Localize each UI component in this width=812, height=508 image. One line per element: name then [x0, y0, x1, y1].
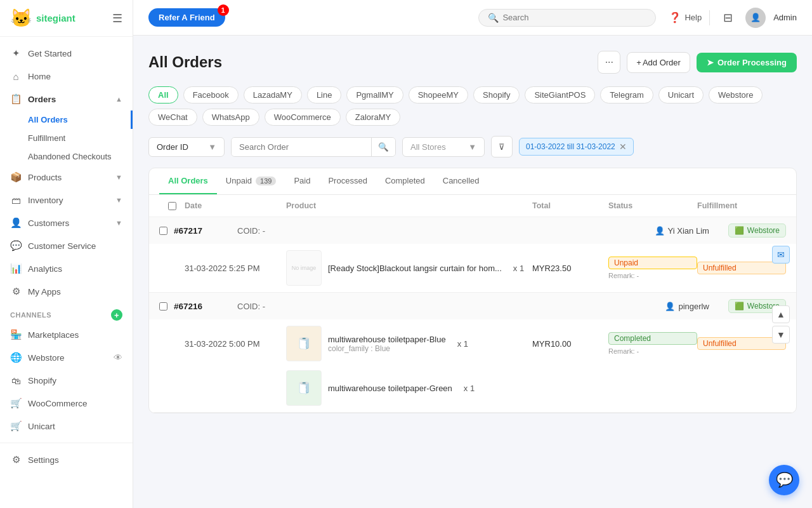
- tab-paid[interactable]: Paid: [285, 168, 319, 194]
- filter-tab-webstore[interactable]: Webstore: [709, 86, 763, 104]
- webstore-toggle-icon[interactable]: 👁: [114, 352, 122, 363]
- filter-tab-wechat[interactable]: WeChat: [148, 109, 197, 126]
- order-date-67217: 31-03-2022 5:25 PM: [185, 264, 286, 273]
- sidebar-item-marketplaces[interactable]: 🏪 Marketplaces: [0, 323, 133, 346]
- logo-monster-icon: 🐱: [10, 8, 32, 29]
- get-started-icon: ✦: [10, 48, 22, 59]
- product-info-67217: No image [Ready Stock]Blackout langsir c…: [286, 250, 532, 286]
- analytics-icon: 📊: [10, 263, 22, 274]
- status-badge-67217: Unpaid: [608, 257, 697, 269]
- filter-tab-shopeemy[interactable]: ShopeeMY: [409, 86, 468, 104]
- filter-tab-whatsapp[interactable]: WhatsApp: [202, 109, 259, 126]
- store-badge-67217: 🟩 Webstore: [728, 224, 786, 237]
- add-channel-btn[interactable]: +: [111, 309, 122, 321]
- remark-67216: Remark: -: [608, 347, 697, 355]
- order-checkbox-67217[interactable]: [159, 227, 167, 235]
- product-image-67217: No image: [286, 250, 322, 286]
- sidebar-item-my-apps[interactable]: ⚙ My Apps: [0, 280, 133, 303]
- status-badge-67216: Completed: [608, 332, 697, 345]
- unpaid-badge: 139: [256, 177, 276, 185]
- sidebar-item-unicart[interactable]: 🛒 Unicart: [0, 415, 133, 438]
- search-icon: 🔍: [488, 13, 499, 23]
- refer-friend-button[interactable]: Refer A Friend 1: [148, 8, 225, 27]
- filter-tab-unicart[interactable]: Unicart: [658, 86, 704, 104]
- product2-image-67216: 🧻: [286, 370, 322, 406]
- select-all-checkbox[interactable]: [168, 202, 176, 210]
- filter-tab-woocommerce[interactable]: WooCommerce: [265, 109, 341, 126]
- hamburger-icon[interactable]: ☰: [112, 11, 122, 25]
- search-order-input[interactable]: [232, 138, 371, 156]
- sidebar-item-all-orders[interactable]: All Orders: [0, 110, 133, 129]
- sidebar-item-customers[interactable]: 👤 Customers ▼: [0, 211, 133, 234]
- sidebar-item-analytics[interactable]: 📊 Analytics: [0, 257, 133, 280]
- order-processing-button[interactable]: ➤ Order Processing: [697, 53, 797, 72]
- total-header: Total: [532, 201, 608, 210]
- filter-tab-telegram[interactable]: Telegram: [600, 86, 653, 104]
- orders-tabs: All Orders Unpaid 139 Paid Processed Com…: [149, 168, 796, 195]
- search-input[interactable]: [502, 13, 646, 22]
- order-checkbox-67216[interactable]: [159, 302, 167, 311]
- sidebar-item-webstore[interactable]: 🌐 Webstore 👁: [0, 346, 133, 369]
- product2-info-67216: 🧻 multiwarehouse toiletpaper-Green x 1: [286, 370, 532, 406]
- sidebar-item-abandoned-checkouts[interactable]: Abandoned Checkouts: [0, 147, 133, 166]
- page-title: All Orders: [148, 53, 222, 71]
- add-order-button[interactable]: + Add Order: [627, 52, 690, 73]
- tab-processed[interactable]: Processed: [319, 168, 376, 194]
- topbar-divider: [709, 10, 710, 25]
- order-detail-67216-line2: 🧻 multiwarehouse toiletpaper-Green x 1: [149, 368, 796, 412]
- tab-completed[interactable]: Completed: [376, 168, 434, 194]
- topbar-search[interactable]: 🔍: [478, 9, 656, 27]
- scroll-down-btn-67216[interactable]: ▼: [772, 326, 790, 344]
- email-action-btn-67217[interactable]: ✉: [772, 246, 790, 264]
- tab-all-orders[interactable]: All Orders: [159, 168, 217, 194]
- status-67216: Completed Remark: -: [608, 332, 697, 355]
- logo-text: sitegiant: [36, 13, 75, 23]
- help-icon: ❓: [669, 11, 681, 23]
- date-filter-close-icon[interactable]: ✕: [619, 142, 627, 152]
- filter-tab-pgmallmy[interactable]: PgmallMY: [346, 86, 403, 104]
- filter-tab-line[interactable]: Line: [307, 86, 342, 104]
- filter-icon-button[interactable]: ⊽: [491, 136, 513, 157]
- filter-tab-shopify[interactable]: Shopify: [473, 86, 520, 104]
- help-button[interactable]: ❓ Help: [669, 11, 702, 23]
- more-options-button[interactable]: ···: [598, 51, 620, 74]
- sidebar-item-customer-service[interactable]: 💬 Customer Service: [0, 234, 133, 257]
- tab-unpaid[interactable]: Unpaid 139: [217, 168, 285, 194]
- order-id-select[interactable]: Order ID ▼: [148, 137, 225, 157]
- chat-icon: 💬: [776, 472, 793, 488]
- sidebar-item-settings[interactable]: ⚙ Settings: [0, 448, 133, 471]
- filter-tab-facebook[interactable]: Facebook: [183, 86, 239, 104]
- customer-icon-67217: 👤: [655, 226, 665, 236]
- order-id-chevron-icon: ▼: [208, 142, 216, 152]
- sidebar-item-shopify[interactable]: 🛍 Shopify: [0, 369, 133, 392]
- sidebar-item-get-started[interactable]: ✦ Get Started: [0, 42, 133, 65]
- product2-qty-67216: x 1: [464, 384, 475, 393]
- logo[interactable]: 🐱 sitegiant: [10, 8, 75, 29]
- scroll-up-btn-67216[interactable]: ▲: [772, 305, 790, 323]
- coid-67216: COID: -: [237, 302, 658, 311]
- sidebar-item-woocommerce[interactable]: 🛒 WooCommerce: [0, 392, 133, 415]
- fulfillment-badge-67217: Unfulfilled: [697, 262, 786, 274]
- filter-tab-lazadamy[interactable]: LazadaMY: [244, 86, 302, 104]
- price-67216: MYR10.00: [532, 339, 608, 349]
- chat-bubble-button[interactable]: 💬: [769, 465, 799, 495]
- product-info-67216: 🧻 multiwarehouse toiletpaper-Blue color_…: [286, 326, 532, 361]
- sidebar-item-orders[interactable]: 📋 Orders ▲: [0, 88, 133, 110]
- channels-section-label: CHANNELS +: [0, 303, 133, 323]
- sidebar-item-inventory[interactable]: 🗃 Inventory ▼: [0, 189, 133, 211]
- sidebar-item-fulfillment[interactable]: Fulfillment: [0, 129, 133, 147]
- filter-tab-zaloramy[interactable]: ZaloraMY: [346, 109, 400, 126]
- tab-cancelled[interactable]: Cancelled: [434, 168, 488, 194]
- search-order-button[interactable]: 🔍: [371, 138, 395, 156]
- notifications-icon[interactable]: ⊟: [717, 8, 738, 28]
- all-stores-select[interactable]: All Stores ▼: [402, 137, 485, 157]
- filter-tab-all[interactable]: All: [148, 86, 178, 104]
- remark-67217: Remark: -: [608, 272, 697, 279]
- header-actions: ··· + Add Order ➤ Order Processing: [598, 51, 797, 74]
- sidebar-item-products[interactable]: 📦 Products ▼: [0, 166, 133, 189]
- sidebar-item-home[interactable]: ⌂ Home: [0, 65, 133, 88]
- sidebar-nav: ✦ Get Started ⌂ Home 📋 Orders ▲ All Orde…: [0, 37, 133, 508]
- filter-tab-sitegiantpos[interactable]: SiteGiantPOS: [525, 86, 595, 104]
- products-icon: 📦: [10, 171, 22, 183]
- admin-label[interactable]: Admin: [773, 13, 797, 22]
